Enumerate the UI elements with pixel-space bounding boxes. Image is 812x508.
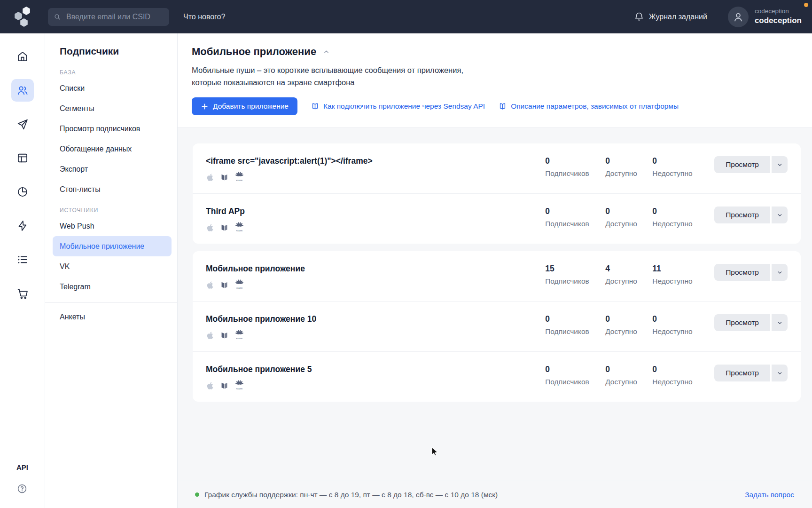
sidebar-item-мобильное-приложение[interactable]: Мобильное приложение	[53, 236, 172, 256]
store-cart-icon[interactable]	[11, 282, 34, 305]
sidebar-section-label: БАЗА	[60, 69, 172, 76]
huawei-icon: HUAWEI	[234, 380, 245, 391]
app-name: <iframe src="javascript:alert(1)"></ifra…	[206, 156, 545, 166]
app-name: Мобильное приложение 5	[206, 365, 545, 374]
unavailable-label: Недоступно	[652, 169, 714, 178]
journal-label: Журнал заданий	[649, 13, 707, 21]
view-dropdown-button[interactable]	[772, 314, 788, 331]
subscribers-label: Подписчиков	[545, 169, 605, 178]
app-platforms: HUAWEI	[206, 171, 545, 183]
view-button[interactable]: Просмотр	[714, 365, 770, 381]
app-platforms: HUAWEI	[206, 380, 545, 391]
view-dropdown-button[interactable]	[772, 206, 788, 223]
svg-text:HUAWEI: HUAWEI	[236, 388, 242, 390]
book-icon	[311, 102, 320, 111]
app-logo-icon[interactable]	[12, 6, 35, 28]
page-description: Мобильные пуши – это короткие всплывающи…	[192, 64, 798, 88]
main-area: Мобильное приложение Мобильные пуши – эт…	[178, 33, 812, 508]
account-name: codeception	[755, 16, 802, 25]
view-button[interactable]: Просмотр	[714, 314, 770, 331]
whats-new-link[interactable]: Что нового?	[183, 13, 225, 21]
sidebar-item-экспорт[interactable]: Экспорт	[53, 159, 172, 179]
sidebar-item-telegram[interactable]: Telegram	[53, 277, 172, 297]
app-row: Мобильное приложение 5	[193, 351, 801, 402]
recording-indicator-dot	[804, 3, 808, 7]
unavailable-count: 0	[652, 365, 714, 374]
collapse-section-button[interactable]	[322, 48, 331, 56]
huawei-icon: HUAWEI	[234, 329, 245, 341]
api-link[interactable]: API	[14, 463, 31, 472]
view-dropdown-button[interactable]	[772, 156, 788, 173]
avatar	[728, 7, 749, 27]
unavailable-label: Недоступно	[652, 277, 714, 286]
app-name: Third APp	[206, 206, 545, 216]
campaigns-send-icon[interactable]	[11, 113, 34, 135]
sidebar-item-просмотр-подписчиков[interactable]: Просмотр подписчиков	[53, 119, 172, 139]
api-connect-doc-link[interactable]: Как подключить приложение через Sendsay …	[311, 102, 485, 111]
rustore-icon	[220, 280, 229, 290]
app-name: Мобильное приложение	[206, 264, 545, 274]
apple-icon	[206, 330, 215, 341]
statistics-pie-icon[interactable]	[11, 181, 34, 203]
layout-icon[interactable]	[11, 147, 34, 169]
sidebar: Подписчики БАЗА СпискиСегментыПросмотр п…	[45, 33, 178, 508]
sidebar-item-обогащение-данных[interactable]: Обогащение данных	[53, 139, 172, 159]
global-search[interactable]	[48, 8, 169, 26]
icon-rail: API	[0, 33, 45, 508]
sidebar-title: Подписчики	[60, 46, 172, 57]
subscribers-icon[interactable]	[11, 79, 34, 102]
sidebar-item-стоп-листы[interactable]: Стоп-листы	[53, 179, 172, 199]
chevron-up-icon	[323, 48, 330, 56]
platform-params-doc-link[interactable]: Описание параметров, зависимых от платфо…	[498, 102, 679, 111]
app-card: Мобильное приложение	[193, 251, 801, 402]
account-org: codeception	[755, 8, 802, 16]
sidebar-item-ankety[interactable]: Анкеты	[53, 307, 172, 327]
account-menu[interactable]: codeception codeception	[728, 7, 802, 27]
chevron-down-icon	[777, 212, 783, 218]
subscribers-count: 0	[545, 156, 605, 166]
add-app-button[interactable]: Добавить приложение	[192, 97, 297, 115]
available-count: 0	[605, 156, 652, 166]
unavailable-label: Недоступно	[652, 378, 714, 386]
available-label: Доступно	[605, 327, 652, 336]
subscribers-label: Подписчиков	[545, 277, 605, 286]
svg-text:HUAWEI: HUAWEI	[236, 338, 242, 340]
svg-text:HUAWEI: HUAWEI	[236, 180, 242, 182]
page-header: Мобильное приложение Мобильные пуши – эт…	[178, 33, 812, 128]
automation-zap-icon[interactable]	[11, 214, 34, 237]
task-journal-button[interactable]: Журнал заданий	[634, 12, 707, 22]
available-count: 0	[605, 206, 652, 216]
plus-icon	[201, 103, 209, 111]
home-icon[interactable]	[11, 45, 34, 68]
available-label: Доступно	[605, 277, 652, 286]
search-icon	[54, 13, 61, 21]
sidebar-sections: БАЗА СпискиСегментыПросмотр подписчиковО…	[53, 62, 172, 297]
list-icon[interactable]	[11, 248, 34, 271]
subscribers-count: 15	[545, 264, 605, 274]
view-dropdown-button[interactable]	[772, 365, 788, 381]
view-button[interactable]: Просмотр	[714, 264, 770, 281]
view-button[interactable]: Просмотр	[714, 156, 770, 173]
apple-icon	[206, 381, 215, 391]
view-dropdown-button[interactable]	[772, 264, 788, 281]
unavailable-label: Недоступно	[652, 220, 714, 228]
sidebar-item-сегменты[interactable]: Сегменты	[53, 98, 172, 119]
unavailable-count: 11	[652, 264, 714, 274]
view-button[interactable]: Просмотр	[714, 206, 770, 223]
help-icon[interactable]	[16, 483, 28, 496]
sidebar-item-списки[interactable]: Списки	[53, 78, 172, 98]
sidebar-item-vk[interactable]: VK	[53, 256, 172, 277]
app-row: Мобильное приложение 10	[193, 301, 801, 351]
ask-question-link[interactable]: Задать вопрос	[745, 491, 794, 499]
app-row: Мобильное приложение	[193, 251, 801, 301]
apple-icon	[206, 222, 215, 233]
svg-text:HUAWEI: HUAWEI	[236, 287, 242, 289]
huawei-icon: HUAWEI	[234, 171, 245, 183]
unavailable-count: 0	[652, 314, 714, 324]
huawei-icon: HUAWEI	[234, 279, 245, 290]
apple-icon	[206, 172, 215, 183]
sidebar-section: БАЗА СпискиСегментыПросмотр подписчиковО…	[53, 69, 172, 199]
search-input[interactable]	[65, 12, 164, 22]
sidebar-item-web-push[interactable]: Web Push	[53, 216, 172, 236]
chevron-down-icon	[777, 370, 783, 376]
